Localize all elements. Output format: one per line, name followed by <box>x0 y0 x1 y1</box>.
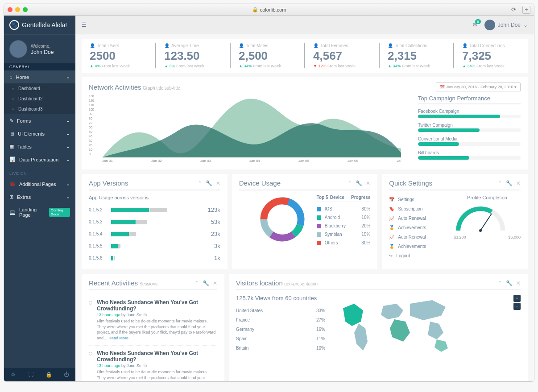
edit-icon: ✎ <box>9 118 13 124</box>
country-row: Britain10% <box>236 343 325 353</box>
section-general: GENERAL <box>4 63 75 70</box>
zoom-in-button[interactable]: + <box>513 295 521 302</box>
power-icon[interactable]: ⏻ <box>58 368 75 381</box>
svg-text:50: 50 <box>89 130 92 133</box>
hamburger-icon[interactable]: ☰ <box>82 22 87 28</box>
menu-tables[interactable]: ▦Tables⌄ <box>4 140 75 153</box>
wrench-icon[interactable]: 🔧 <box>206 180 212 186</box>
chevron-up-icon[interactable]: ⌃ <box>498 280 502 286</box>
world-map[interactable]: +− <box>334 295 521 357</box>
qs-item[interactable]: 🏅Achievements <box>389 223 454 232</box>
svg-text:Jan 06: Jan 06 <box>348 159 359 162</box>
qs-item[interactable]: 📈Auto Renewal <box>389 232 454 242</box>
submenu-dashboard[interactable]: Dashboard <box>4 83 75 94</box>
lock-icon: 🔒 <box>252 7 258 12</box>
home-icon: ⌂ <box>9 74 12 80</box>
user-icon: 👤 <box>164 43 170 48</box>
color-swatch-icon <box>317 215 321 220</box>
submenu-dashboard3[interactable]: Dashboard3 <box>4 104 75 114</box>
chevron-down-icon: ⌄ <box>66 118 70 124</box>
chevron-up-icon[interactable]: ⌃ <box>348 180 352 186</box>
avatar-small <box>484 20 495 30</box>
qs-item[interactable]: 📅Settings <box>389 195 454 204</box>
menu-additional[interactable]: 🐞Additional Pages⌄ <box>4 177 75 190</box>
svg-text:Jan 03: Jan 03 <box>200 159 211 162</box>
new-tab-button[interactable]: + <box>522 6 530 14</box>
zoom-out-button[interactable]: − <box>513 303 521 310</box>
stat-tile: 👤Total Females 4,567 ▼ 12% From last Wee… <box>304 43 379 68</box>
close-icon[interactable]: ✕ <box>216 180 220 186</box>
sidebar-profile: Welcome, John Doe <box>4 35 75 63</box>
close-icon[interactable]: ✕ <box>516 180 521 186</box>
section-liveon: LIVE ON <box>4 166 75 177</box>
qs-item[interactable]: 🔖Subscription <box>389 204 454 214</box>
version-row: 0.1.5.6 1k <box>89 252 220 264</box>
url-bar[interactable]: 🔒colorlib.com <box>252 7 286 12</box>
fullscreen-icon[interactable]: ⛶ <box>22 368 40 381</box>
wrench-icon[interactable]: 🔧 <box>356 180 362 186</box>
close-icon[interactable]: ✕ <box>516 280 521 286</box>
mail-icon[interactable]: ✉6 <box>473 22 477 28</box>
version-row: 0.1.5.5 3k <box>89 240 220 252</box>
submenu-dashboard2[interactable]: Dashboard2 <box>4 94 75 104</box>
user-dropdown[interactable]: John Doe ⌄ <box>484 20 528 30</box>
profile-name: John Doe <box>31 49 54 55</box>
campaign-item: Bill boards <box>418 150 521 160</box>
panel-quick-settings: Quick Settings ⌃🔧✕ 📅Settings🔖Subscriptio… <box>382 174 528 269</box>
sidebar: 🐾 Gentellela Alela! Welcome, John Doe GE… <box>4 16 75 381</box>
maximize-window-icon[interactable] <box>23 7 28 12</box>
user-icon: 👤 <box>90 43 95 48</box>
welcome-label: Welcome, <box>31 44 50 49</box>
windows-icon: ⊞ <box>9 194 13 200</box>
chevron-up-icon[interactable]: ⌃ <box>195 280 199 286</box>
close-icon[interactable]: ✕ <box>213 280 217 286</box>
menu-ui[interactable]: 🖥UI Elements⌄ <box>4 127 75 140</box>
wrench-icon[interactable]: 🔧 <box>203 280 209 286</box>
menu-home[interactable]: ⌂Home ⌄ <box>4 70 75 83</box>
svg-text:70: 70 <box>89 121 92 124</box>
chevron-down-icon: ⌄ <box>66 194 70 200</box>
user-icon: 👤 <box>313 43 319 48</box>
svg-point-28 <box>479 229 482 232</box>
menu-landing[interactable]: 💻Landing PageComing Soon <box>4 203 75 221</box>
paw-icon: 🐾 <box>9 20 19 30</box>
date-range-picker[interactable]: 📅 January 30, 2016 - February 28, 2016 ▾ <box>436 83 521 91</box>
device-row: IOS30% <box>317 205 371 213</box>
menu-forms[interactable]: ✎Forms⌄ <box>4 114 75 127</box>
brand[interactable]: 🐾 Gentellela Alela! <box>4 16 75 35</box>
stats-row: 👤Total Users 2500 ▲ 4% From last Week 👤A… <box>82 39 528 73</box>
chart-icon: 📊 <box>9 157 16 162</box>
chevron-up-icon[interactable]: ⌃ <box>498 180 502 186</box>
wrench-icon[interactable]: 🔧 <box>506 180 513 186</box>
color-swatch-icon <box>317 232 321 237</box>
qs-item[interactable]: ↪Logout <box>389 251 454 260</box>
close-window-icon[interactable] <box>8 7 12 12</box>
read-more-link[interactable]: Read More <box>109 336 129 340</box>
table-icon: ▦ <box>9 144 14 149</box>
qs-icon: 📈 <box>389 235 394 239</box>
chevron-up-icon[interactable]: ⌃ <box>198 180 202 186</box>
chevron-down-icon: ⌄ <box>66 144 70 149</box>
campaign-list: Top Campaign Performance Facebook Campai… <box>418 95 521 164</box>
menu-extras[interactable]: ⊞Extras⌄ <box>4 190 75 203</box>
qs-icon: ↪ <box>389 253 393 258</box>
svg-text:80: 80 <box>89 117 92 120</box>
avatar[interactable] <box>9 40 27 58</box>
qs-icon: 🏅 <box>389 225 394 230</box>
settings-icon[interactable]: ⚙ <box>4 368 22 381</box>
minimize-window-icon[interactable] <box>15 7 20 12</box>
menu-data[interactable]: 📊Data Presentation⌄ <box>4 153 75 166</box>
reload-icon[interactable]: ⟳ <box>511 6 516 13</box>
device-row: Blackberry20% <box>317 222 371 230</box>
version-row: 0.1.5.4 23k <box>89 228 220 240</box>
panel-app-versions: App Versions ⌃🔧✕ App Usage across versio… <box>82 174 228 269</box>
chevron-down-icon: ⌄ <box>523 22 528 28</box>
lock-icon[interactable]: 🔒 <box>40 368 58 381</box>
user-icon: 👤 <box>388 43 393 48</box>
color-swatch-icon <box>317 241 321 245</box>
close-icon[interactable]: ✕ <box>366 180 370 186</box>
svg-text:10: 10 <box>89 148 92 151</box>
wrench-icon[interactable]: 🔧 <box>506 280 513 286</box>
qs-item[interactable]: 📈Auto Renewal <box>389 214 454 223</box>
qs-item[interactable]: 🏅Achievements <box>389 242 454 251</box>
